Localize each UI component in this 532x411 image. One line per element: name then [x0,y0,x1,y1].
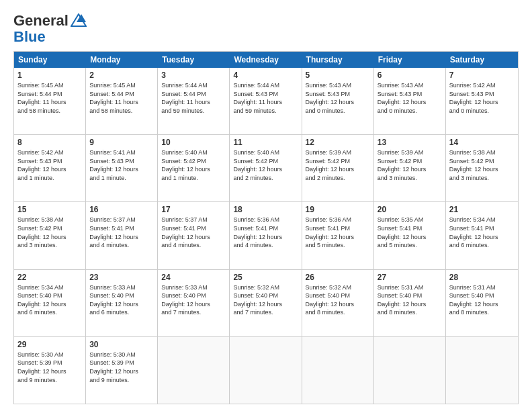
calendar-cell: 20Sunrise: 5:35 AM Sunset: 5:41 PM Dayli… [374,202,446,269]
day-number: 5 [306,71,370,80]
calendar-cell: 29Sunrise: 5:30 AM Sunset: 5:39 PM Dayli… [14,337,86,404]
calendar-cell: 3Sunrise: 5:44 AM Sunset: 5:44 PM Daylig… [158,68,230,134]
day-number: 3 [161,71,226,80]
calendar-cell: 30Sunrise: 5:30 AM Sunset: 5:39 PM Dayli… [86,337,158,404]
day-number: 21 [449,205,515,214]
day-info: Sunrise: 5:40 AM Sunset: 5:42 PM Dayligh… [233,148,298,182]
day-number: 18 [233,205,298,214]
logo-blue: Blue [13,30,46,44]
calendar-cell: 28Sunrise: 5:31 AM Sunset: 5:40 PM Dayli… [446,270,518,336]
day-info: Sunrise: 5:39 AM Sunset: 5:42 PM Dayligh… [306,148,370,182]
day-number: 2 [89,71,154,80]
calendar-cell: 22Sunrise: 5:34 AM Sunset: 5:40 PM Dayli… [14,270,86,336]
calendar-cell: 25Sunrise: 5:32 AM Sunset: 5:40 PM Dayli… [230,270,302,336]
day-info: Sunrise: 5:40 AM Sunset: 5:42 PM Dayligh… [161,148,226,182]
day-number: 27 [378,273,442,282]
calendar-cell: 24Sunrise: 5:33 AM Sunset: 5:40 PM Dayli… [158,270,230,336]
calendar-header-cell: Monday [86,52,158,68]
calendar-cell: 19Sunrise: 5:36 AM Sunset: 5:41 PM Dayli… [302,202,374,269]
day-number: 11 [233,138,298,147]
day-number: 7 [449,71,515,80]
calendar-header-cell: Thursday [302,52,374,68]
calendar-cell: 8Sunrise: 5:42 AM Sunset: 5:43 PM Daylig… [14,135,86,201]
calendar-cell-empty [374,337,446,404]
calendar-header-cell: Saturday [446,52,518,68]
day-number: 24 [161,273,226,282]
calendar-header: SundayMondayTuesdayWednesdayThursdayFrid… [14,52,518,68]
day-number: 28 [449,273,515,282]
calendar-cell: 26Sunrise: 5:32 AM Sunset: 5:40 PM Dayli… [302,270,374,336]
day-number: 30 [89,340,154,349]
day-info: Sunrise: 5:34 AM Sunset: 5:41 PM Dayligh… [449,216,515,249]
day-info: Sunrise: 5:36 AM Sunset: 5:41 PM Dayligh… [306,216,370,249]
day-number: 22 [17,273,82,282]
calendar-header-cell: Tuesday [158,52,230,68]
calendar-cell: 10Sunrise: 5:40 AM Sunset: 5:42 PM Dayli… [158,135,230,201]
day-number: 6 [378,71,442,80]
day-info: Sunrise: 5:37 AM Sunset: 5:41 PM Dayligh… [89,216,154,249]
day-number: 26 [306,273,370,282]
calendar-cell: 13Sunrise: 5:39 AM Sunset: 5:42 PM Dayli… [374,135,446,201]
day-info: Sunrise: 5:31 AM Sunset: 5:40 PM Dayligh… [378,283,442,317]
calendar-cell: 5Sunrise: 5:43 AM Sunset: 5:43 PM Daylig… [302,68,374,134]
day-number: 25 [233,273,298,282]
calendar-cell: 2Sunrise: 5:45 AM Sunset: 5:44 PM Daylig… [86,68,158,134]
day-number: 20 [378,205,442,214]
day-number: 19 [306,205,370,214]
day-info: Sunrise: 5:37 AM Sunset: 5:41 PM Dayligh… [161,216,226,249]
calendar-cell: 12Sunrise: 5:39 AM Sunset: 5:42 PM Dayli… [302,135,374,201]
day-info: Sunrise: 5:32 AM Sunset: 5:40 PM Dayligh… [233,283,298,317]
day-number: 23 [89,273,154,282]
calendar: SundayMondayTuesdayWednesdayThursdayFrid… [13,51,519,404]
day-info: Sunrise: 5:38 AM Sunset: 5:42 PM Dayligh… [17,216,82,249]
day-info: Sunrise: 5:36 AM Sunset: 5:41 PM Dayligh… [233,216,298,249]
day-number: 16 [89,205,154,214]
calendar-cell: 6Sunrise: 5:43 AM Sunset: 5:43 PM Daylig… [374,68,446,134]
logo-general: General [13,12,69,30]
calendar-cell: 11Sunrise: 5:40 AM Sunset: 5:42 PM Dayli… [230,135,302,201]
day-info: Sunrise: 5:43 AM Sunset: 5:43 PM Dayligh… [378,81,442,115]
day-number: 17 [161,205,226,214]
calendar-cell: 16Sunrise: 5:37 AM Sunset: 5:41 PM Dayli… [86,202,158,269]
day-info: Sunrise: 5:45 AM Sunset: 5:44 PM Dayligh… [17,81,82,115]
day-info: Sunrise: 5:33 AM Sunset: 5:40 PM Dayligh… [89,283,154,317]
calendar-row: 1Sunrise: 5:45 AM Sunset: 5:44 PM Daylig… [14,68,518,134]
calendar-cell: 23Sunrise: 5:33 AM Sunset: 5:40 PM Dayli… [86,270,158,336]
logo: General Blue [13,12,87,44]
day-info: Sunrise: 5:42 AM Sunset: 5:43 PM Dayligh… [17,148,82,182]
calendar-body: 1Sunrise: 5:45 AM Sunset: 5:44 PM Daylig… [14,68,518,404]
day-info: Sunrise: 5:31 AM Sunset: 5:40 PM Dayligh… [449,283,515,317]
day-info: Sunrise: 5:44 AM Sunset: 5:43 PM Dayligh… [233,81,298,115]
page-header: General Blue [13,12,519,44]
calendar-cell: 15Sunrise: 5:38 AM Sunset: 5:42 PM Dayli… [14,202,86,269]
calendar-cell: 4Sunrise: 5:44 AM Sunset: 5:43 PM Daylig… [230,68,302,134]
day-info: Sunrise: 5:41 AM Sunset: 5:43 PM Dayligh… [89,148,154,182]
day-number: 15 [17,205,82,214]
day-number: 9 [89,138,154,147]
calendar-header-cell: Sunday [14,52,86,68]
calendar-cell: 27Sunrise: 5:31 AM Sunset: 5:40 PM Dayli… [374,270,446,336]
day-info: Sunrise: 5:42 AM Sunset: 5:43 PM Dayligh… [449,81,515,115]
day-info: Sunrise: 5:33 AM Sunset: 5:40 PM Dayligh… [161,283,226,317]
calendar-cell: 18Sunrise: 5:36 AM Sunset: 5:41 PM Dayli… [230,202,302,269]
calendar-row: 8Sunrise: 5:42 AM Sunset: 5:43 PM Daylig… [14,134,518,201]
day-info: Sunrise: 5:39 AM Sunset: 5:42 PM Dayligh… [378,148,442,182]
calendar-row: 29Sunrise: 5:30 AM Sunset: 5:39 PM Dayli… [14,336,518,404]
calendar-row: 22Sunrise: 5:34 AM Sunset: 5:40 PM Dayli… [14,269,518,336]
day-info: Sunrise: 5:38 AM Sunset: 5:42 PM Dayligh… [449,148,515,182]
day-number: 12 [306,138,370,147]
calendar-cell: 9Sunrise: 5:41 AM Sunset: 5:43 PM Daylig… [86,135,158,201]
calendar-cell: 7Sunrise: 5:42 AM Sunset: 5:43 PM Daylig… [446,68,518,134]
day-info: Sunrise: 5:30 AM Sunset: 5:39 PM Dayligh… [17,351,82,384]
calendar-row: 15Sunrise: 5:38 AM Sunset: 5:42 PM Dayli… [14,201,518,269]
day-number: 13 [378,138,442,147]
calendar-cell: 1Sunrise: 5:45 AM Sunset: 5:44 PM Daylig… [14,68,86,134]
day-number: 29 [17,340,82,349]
day-number: 1 [17,71,82,80]
calendar-header-cell: Friday [374,52,446,68]
day-info: Sunrise: 5:35 AM Sunset: 5:41 PM Dayligh… [378,216,442,249]
calendar-cell-empty [302,337,374,404]
logo-icon [71,13,87,27]
calendar-cell: 21Sunrise: 5:34 AM Sunset: 5:41 PM Dayli… [446,202,518,269]
day-number: 10 [161,138,226,147]
